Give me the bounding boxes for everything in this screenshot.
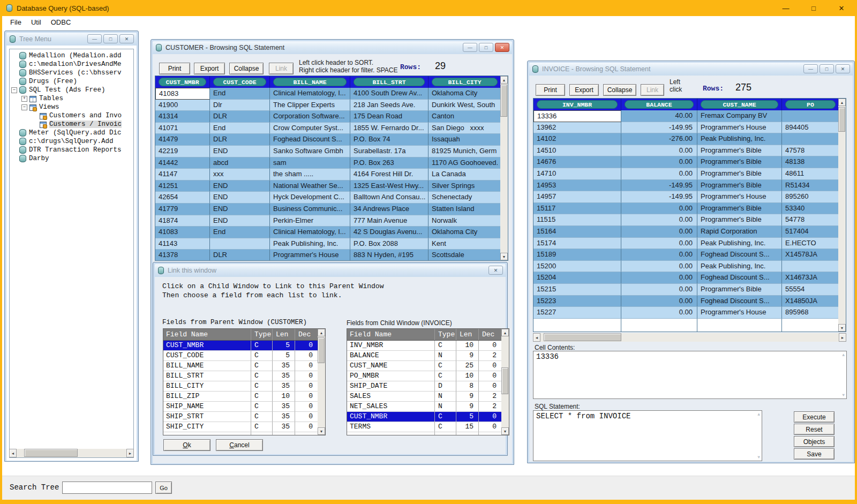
grid-cell[interactable]: 48138 (782, 156, 839, 168)
grid-cell[interactable]: Perkin-Elmer (270, 215, 350, 227)
grid-cell[interactable]: 1325 East-West Hwy... (350, 180, 428, 192)
grid-cell[interactable]: Programmer's Bible (697, 145, 782, 157)
close-icon[interactable]: ✕ (119, 34, 134, 43)
grid-cell[interactable]: -149.95 (621, 122, 697, 134)
grid-cell[interactable] (782, 110, 839, 122)
scrollbar-track[interactable] (540, 333, 839, 342)
column-header[interactable]: CUST_CODE (210, 76, 270, 88)
grid-cell[interactable]: 47578 (782, 145, 839, 157)
grid-cell[interactable]: Programmer's Bible (697, 168, 782, 180)
column-header[interactable]: BILL_CITY (428, 76, 501, 88)
tree-item[interactable]: c:\drugs\SqlQuery.Add (10, 137, 133, 146)
grid-cell[interactable]: Dlr (210, 100, 270, 111)
tree-item[interactable]: Drugs (Free) (10, 77, 133, 86)
grid-cell[interactable]: Norwalk (428, 215, 501, 227)
customer-titlebar[interactable]: CUSTOMER - Browsing SQL Statement — □ ✕ (153, 41, 512, 54)
grid-cell[interactable]: Kent (428, 238, 501, 250)
minimize-icon[interactable]: — (780, 4, 792, 12)
scrollbar-track[interactable] (501, 336, 509, 427)
scroll-up-arrow-icon[interactable]: ▲ (318, 329, 325, 336)
grid-cell[interactable]: 777 Main Avenue (350, 215, 428, 227)
tree-item[interactable]: Darby (10, 154, 133, 163)
grid-cell[interactable]: Programmer's Bible (697, 203, 782, 215)
grid-cell[interactable]: 0.00 (621, 296, 697, 307)
grid-cell[interactable]: 0.00 (621, 307, 697, 319)
grid-cell[interactable]: 0.00 (621, 261, 697, 273)
grid-cell[interactable]: 894405 (782, 122, 839, 134)
tree-item[interactable]: DTR Transaction Reports (10, 146, 133, 154)
grid-cell[interactable] (782, 261, 839, 273)
scroll-down-arrow-icon[interactable]: ▼ (318, 427, 325, 435)
grid-cell[interactable]: 0.00 (621, 284, 697, 296)
tree-item[interactable]: c:\medalion\DrivesAndMe (10, 60, 133, 69)
grid-cell[interactable]: 41251 (155, 180, 210, 192)
scrollbar-thumb[interactable] (500, 85, 507, 117)
minimize-icon[interactable]: — (803, 64, 818, 73)
grid-cell[interactable]: E.HECTO (782, 238, 839, 250)
menu-file[interactable]: File (5, 18, 26, 26)
field-row[interactable]: CUST_NAMEC250 (347, 361, 509, 371)
tree-item[interactable]: −SQL Test (Ads Free) (10, 86, 133, 94)
grid-cell[interactable]: 175 Dean Road (350, 111, 428, 123)
link-button[interactable]: Link (641, 84, 664, 96)
grid-cell[interactable]: Foghead Discount S... (697, 249, 782, 261)
grid-cell[interactable]: San Diego xxxx (428, 123, 501, 134)
column-header[interactable]: CUST_NAME (697, 99, 782, 110)
grid-cell[interactable]: 883 N Hyden, #195 (350, 250, 428, 261)
grid-cell[interactable]: Programmer's Bible (697, 214, 782, 226)
cell-contents-box[interactable]: 13336 ▲ ▼ (533, 351, 847, 399)
field-row[interactable]: CUST_CODEC50 (163, 351, 325, 361)
field-row[interactable]: CUST_NMBRC50 (163, 341, 325, 351)
grid-cell[interactable]: 40.00 (621, 110, 697, 122)
grid-cell[interactable]: Peak Publishing, Inc. (697, 261, 782, 273)
scrollbar-thumb[interactable] (318, 337, 325, 363)
grid-cell[interactable]: 42654 (155, 192, 210, 204)
grid-cell[interactable]: Hyck Development C... (270, 192, 350, 204)
grid-cell[interactable]: Scottsdale (428, 250, 501, 261)
collapse-button[interactable]: Collapse (229, 63, 264, 74)
maximize-icon[interactable]: □ (479, 43, 493, 52)
vertical-scrollbar[interactable]: ▲▼ (501, 329, 509, 435)
grid-cell[interactable]: 14957 (533, 191, 621, 203)
vertical-scrollbar[interactable]: ▲▼ (318, 329, 325, 435)
grid-cell[interactable]: 42 S Douglas Avenu... (350, 227, 428, 238)
grid-cell[interactable]: 895260 (782, 191, 839, 203)
grid-cell[interactable]: 4164 Forest Hill Dr. (350, 169, 428, 180)
grid-cell[interactable]: La Canada (428, 169, 501, 180)
grid-cell[interactable]: Peak Publishing, Inc. (697, 238, 782, 250)
menu-odbc[interactable]: ODBC (46, 18, 76, 26)
grid-cell[interactable]: Surabellastr. 17a (350, 146, 428, 157)
search-tree-input[interactable] (62, 482, 152, 494)
scrollbar-track[interactable] (500, 84, 508, 253)
grid-cell[interactable]: Silver Springs (428, 180, 501, 192)
grid-cell[interactable]: END (210, 146, 270, 157)
grid-cell[interactable]: Rapid Corporation (697, 226, 782, 238)
grid-cell[interactable]: 11515 (533, 214, 621, 226)
grid-cell[interactable]: 41083 (155, 227, 210, 238)
tree-item[interactable]: Customers / Invoic (10, 120, 133, 129)
grid-cell[interactable]: Schenectady (428, 192, 501, 204)
grid-cell[interactable]: 0.00 (621, 249, 697, 261)
plus-expander-icon[interactable]: + (21, 96, 27, 102)
grid-cell[interactable]: 41378 (155, 250, 210, 261)
grid-cell[interactable]: 53340 (782, 203, 839, 215)
grid-cell[interactable]: 34 Andrews Place (350, 204, 428, 215)
objects-button[interactable]: Objects (794, 436, 835, 447)
field-row[interactable]: SHIP_NAMEC350 (163, 402, 325, 412)
grid-cell[interactable]: 15215 (533, 284, 621, 296)
scroll-right-arrow-icon[interactable]: ► (839, 333, 846, 342)
grid-cell[interactable]: -149.95 (621, 191, 697, 203)
field-row[interactable]: PO_NMBRC100 (347, 371, 509, 381)
grid-cell[interactable]: End (210, 227, 270, 238)
horizontal-scrollbar[interactable]: ◄► (9, 449, 134, 457)
grid-cell[interactable]: Programmer's House (270, 250, 350, 261)
grid-cell[interactable]: Foghead Discount S... (697, 296, 782, 307)
grid-cell[interactable]: 55554 (782, 284, 839, 296)
minimize-icon[interactable]: — (87, 34, 102, 43)
maximize-icon[interactable]: □ (103, 34, 118, 43)
grid-cell[interactable]: 0.00 (621, 214, 697, 226)
execute-button[interactable]: Execute (794, 411, 835, 423)
scrollbar-track[interactable] (17, 449, 126, 457)
grid-cell[interactable]: 14510 (533, 145, 621, 157)
grid-cell[interactable]: 41143 (155, 238, 210, 250)
